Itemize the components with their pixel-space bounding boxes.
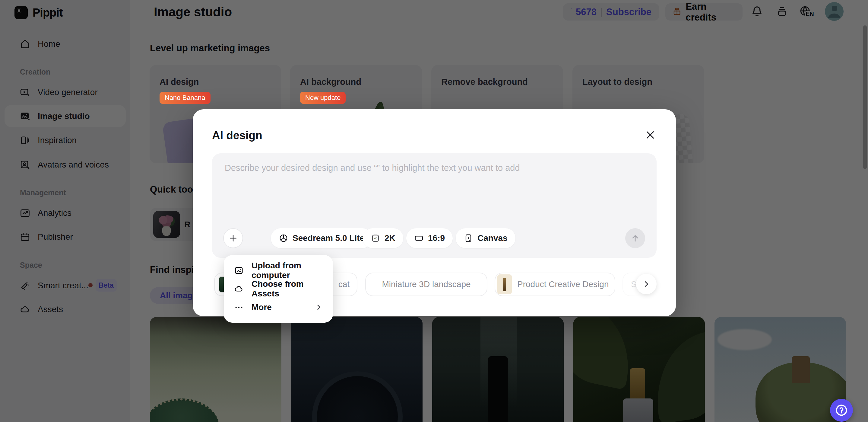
help-button[interactable] bbox=[830, 399, 853, 422]
card-badge: New update bbox=[300, 92, 346, 104]
menu-item-upload-from-computer[interactable]: Upload from computer bbox=[224, 261, 333, 280]
canvas-icon bbox=[464, 233, 473, 243]
resolution-selector[interactable]: HD 2K bbox=[363, 228, 403, 248]
ellipsis-icon bbox=[234, 303, 244, 312]
canvas-selector[interactable]: Canvas bbox=[456, 228, 516, 248]
aspect-ratio-icon bbox=[414, 233, 424, 243]
menu-item-more[interactable]: More bbox=[224, 298, 333, 316]
hd-badge-icon: HD bbox=[371, 233, 380, 243]
model-label: Seedream 5.0 Lite bbox=[292, 233, 364, 243]
chip-label: Product Creative Design bbox=[517, 280, 609, 289]
chip-thumbnail bbox=[497, 274, 512, 294]
card-title: AI background bbox=[300, 77, 422, 87]
chip-label: Miniature 3D landscape bbox=[382, 280, 470, 289]
upload-dropdown-menu: Upload from computer Choose from Assets … bbox=[224, 255, 333, 323]
card-title: Layout to design bbox=[582, 77, 704, 87]
aspect-ratio-label: 16:9 bbox=[428, 233, 445, 243]
add-attachment-button[interactable] bbox=[223, 228, 243, 248]
prompt-box: Seedream 5.0 Lite HD 2K 16:9 Canvas bbox=[212, 153, 657, 258]
card-title: Remove background bbox=[441, 77, 563, 87]
modal-title: AI design bbox=[212, 129, 262, 142]
chips-next-button[interactable] bbox=[636, 274, 657, 294]
image-icon bbox=[234, 265, 244, 275]
card-title: AI design bbox=[159, 77, 281, 87]
generate-submit-button[interactable] bbox=[625, 228, 645, 248]
app-screen: Pippit Home Creation Video generator bbox=[0, 0, 868, 422]
cloud-icon bbox=[234, 284, 244, 294]
menu-item-label: More bbox=[251, 303, 307, 312]
menu-item-choose-from-assets[interactable]: Choose from Assets bbox=[224, 280, 333, 298]
menu-item-label: Choose from Assets bbox=[251, 279, 323, 299]
suggestion-chip-3[interactable]: Product Creative Design bbox=[495, 273, 615, 296]
chip-label: cat bbox=[338, 280, 349, 289]
card-badge: Nano Banana bbox=[159, 92, 211, 104]
aspect-ratio-selector[interactable]: 16:9 bbox=[406, 228, 453, 248]
svg-text:HD: HD bbox=[374, 237, 377, 240]
close-icon[interactable] bbox=[644, 129, 657, 141]
canvas-label: Canvas bbox=[477, 233, 507, 243]
prompt-input[interactable] bbox=[225, 163, 644, 223]
suggestion-chip-2[interactable]: Miniature 3D landscape bbox=[365, 273, 487, 296]
model-selector[interactable]: Seedream 5.0 Lite bbox=[271, 228, 372, 248]
chevron-right-icon bbox=[315, 303, 323, 311]
resolution-label: 2K bbox=[384, 233, 395, 243]
menu-item-label: Upload from computer bbox=[251, 261, 323, 280]
model-sphere-icon bbox=[279, 233, 288, 243]
